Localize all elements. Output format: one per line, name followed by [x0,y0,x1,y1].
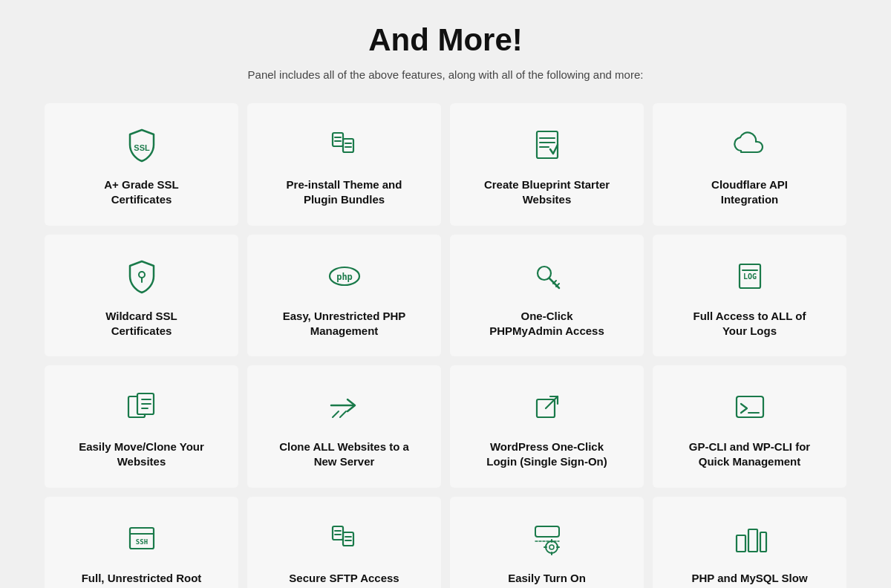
feature-label-gp-wpcli: GP-CLI and WP-CLI forQuick Management [689,440,810,470]
feature-card-gp-wpcli: GP-CLI and WP-CLI forQuick Management [653,365,846,488]
page-title: And More! [45,22,846,58]
feature-card-wp-debug: Easily Turn OnWordPress Debug [450,497,644,589]
feature-card-cloudflare-api: Cloudflare APIIntegration [653,103,846,226]
php-icon: php [324,255,365,297]
svg-line-29 [340,411,346,417]
feature-label-blueprint-websites: Create Blueprint StarterWebsites [484,177,610,208]
ssh-icon: SSH [121,517,163,559]
svg-rect-4 [343,139,353,152]
svg-rect-53 [760,532,766,552]
svg-line-18 [556,284,559,287]
feature-label-wildcard-ssl: Wildcard SSLCertificates [105,309,177,339]
feature-label-move-clone-websites: Easily Move/Clone YourWebsites [79,440,204,470]
feature-card-wildcard-ssl: Wildcard SSLCertificates [45,235,238,357]
feature-card-root-access: SSH Full, Unrestricted RootAccess [45,497,238,589]
log-icon: LOG [729,255,771,297]
feature-label-cloudflare-api: Cloudflare APIIntegration [711,177,788,208]
feature-label-theme-plugin-bundles: Pre-install Theme andPlugin Bundles [287,177,402,208]
svg-rect-52 [748,529,757,552]
wildcard-icon [121,255,163,297]
svg-line-17 [553,281,556,284]
terminal-icon [729,386,771,428]
svg-line-28 [333,411,339,417]
feature-label-slow-logging: PHP and MySQL SlowLogging Tools [691,571,807,589]
cloud-icon [729,124,771,166]
feature-label-php-management: Easy, Unrestricted PHPManagement [283,309,406,339]
svg-rect-40 [343,532,353,546]
external-link-icon [526,386,568,428]
svg-text:SSL: SSL [134,143,150,152]
features-grid: SSL A+ Grade SSLCertificates Pre-install… [45,103,846,588]
feature-label-clone-all-websites: Clone ALL Websites to aNew Server [279,440,409,470]
page-wrapper: And More! Panel includes all of the abov… [0,0,891,588]
svg-rect-43 [535,526,559,537]
sftp-icon [324,517,365,559]
page-subtitle: Panel includes all of the above features… [45,68,846,81]
feature-label-sftp-access: Secure SFTP Access [289,571,399,586]
feature-card-logs-access: LOG Full Access to ALL ofYour Logs [653,235,846,357]
feature-label-wp-one-click-login: WordPress One-ClickLogin (Single Sign-On… [486,440,607,470]
feature-card-blueprint-websites: Create Blueprint StarterWebsites [450,103,644,226]
db-key-icon [526,255,568,297]
feature-label-logs-access: Full Access to ALL ofYour Logs [693,309,806,339]
svg-point-45 [546,541,558,553]
feature-card-clone-all-websites: Clone ALL Websites to aNew Server [247,365,441,488]
svg-text:LOG: LOG [742,272,756,281]
server-arrow-icon [324,386,365,428]
blueprint-icon [526,124,568,166]
columns-icon [729,517,771,559]
clone-icon [121,386,163,428]
feature-card-slow-logging: PHP and MySQL SlowLogging Tools [653,497,846,589]
feature-label-phpmyadmin: One-ClickPHPMyAdmin Access [489,309,604,339]
svg-point-11 [139,272,145,278]
gear-server-icon [526,517,568,559]
svg-rect-32 [737,396,763,417]
svg-text:php: php [336,272,353,282]
svg-text:SSH: SSH [135,538,147,546]
svg-rect-51 [737,535,745,552]
feature-card-phpmyadmin: One-ClickPHPMyAdmin Access [450,235,644,357]
feature-card-sftp-access: Secure SFTP Access [247,497,441,589]
svg-rect-37 [333,526,343,540]
feature-label-root-access: Full, Unrestricted RootAccess [82,571,202,589]
feature-label-ssl-certificates: A+ Grade SSLCertificates [104,177,178,208]
ssl-icon: SSL [121,124,163,166]
plugin-icon [324,124,365,166]
svg-rect-7 [537,131,558,158]
svg-point-46 [549,545,554,549]
feature-card-ssl-certificates: SSL A+ Grade SSLCertificates [45,103,238,226]
svg-line-31 [546,396,558,408]
svg-rect-1 [333,133,343,146]
feature-card-move-clone-websites: Easily Move/Clone YourWebsites [45,365,238,488]
feature-card-theme-plugin-bundles: Pre-install Theme andPlugin Bundles [247,103,441,226]
feature-label-wp-debug: Easily Turn OnWordPress Debug [499,571,595,589]
feature-card-php-management: php Easy, Unrestricted PHPManagement [247,235,441,357]
feature-card-wp-one-click-login: WordPress One-ClickLogin (Single Sign-On… [450,365,644,488]
